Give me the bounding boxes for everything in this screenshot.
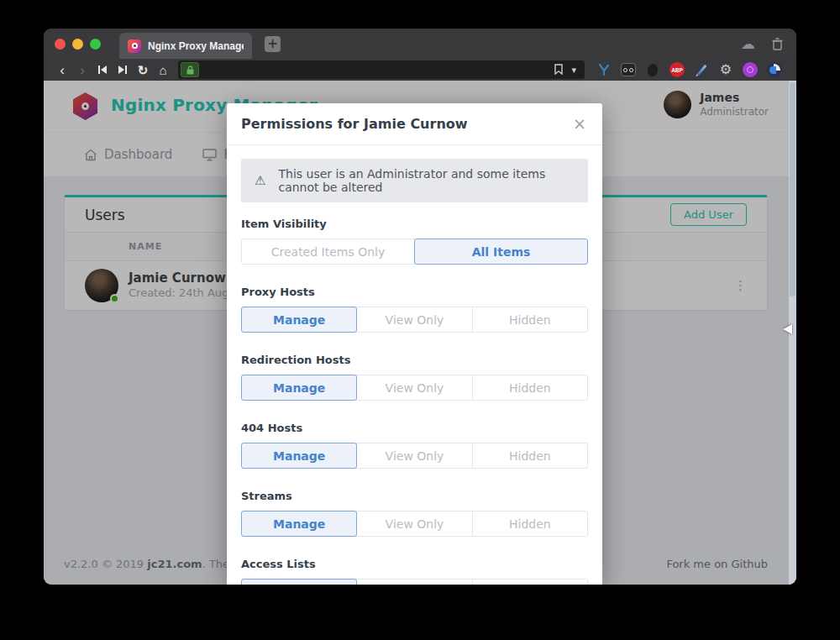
reload-button[interactable]: ↻ (133, 60, 153, 79)
permissions-modal: Permissions for Jamie Curnow × ⚠ This us… (227, 103, 602, 585)
bookmark-dropdown-caret[interactable]: ▾ (571, 66, 576, 75)
site-favicon (128, 39, 141, 53)
streams-option-view-only[interactable]: View Only (356, 511, 472, 537)
home-button[interactable]: ⌂ (153, 60, 173, 79)
streams-option-manage[interactable]: Manage (241, 511, 357, 537)
redirection-hosts-label: Redirection Hosts (241, 354, 588, 366)
redirection-hosts-option-view-only[interactable]: View Only (356, 375, 472, 401)
sync-cloud-icon[interactable]: ☁ (741, 37, 755, 51)
zoom-window-button[interactable] (90, 39, 101, 50)
settings-gear-icon[interactable]: ⚙ (718, 62, 733, 77)
goggles-extension-icon[interactable] (621, 62, 636, 77)
streams-group: ManageView OnlyHidden (241, 511, 588, 537)
proxy-hosts-option-manage[interactable]: Manage (241, 307, 357, 333)
access-lists-option-view-only[interactable]: View Only (356, 579, 472, 585)
404-hosts-group: ManageView OnlyHidden (241, 443, 588, 469)
new-tab-button[interactable]: + (265, 36, 281, 52)
tab-bar: Nginx Proxy Manager + ☁ (44, 29, 796, 59)
tab-title: Nginx Proxy Manager (148, 40, 244, 52)
redirection-hosts-option-manage[interactable]: Manage (241, 375, 357, 401)
bookmark-icon[interactable] (554, 62, 563, 78)
warning-triangle-icon: ⚠ (255, 173, 265, 188)
streams-option-hidden[interactable]: Hidden (472, 511, 588, 537)
streams-label: Streams (241, 490, 588, 502)
window-controls (44, 39, 113, 50)
item-visibility-option-created-items-only[interactable]: Created Items Only (241, 239, 415, 265)
404-hosts-option-hidden[interactable]: Hidden (472, 443, 588, 469)
access-lists-group: ManageView OnlyHidden (241, 579, 588, 585)
proxy-hosts-option-view-only[interactable]: View Only (356, 307, 472, 333)
admin-warning-alert: ⚠ This user is an Administrator and some… (241, 159, 588, 202)
access-lists-option-manage[interactable]: Manage (241, 579, 357, 585)
access-lists-label: Access Lists (241, 558, 588, 570)
minimize-window-button[interactable] (72, 39, 83, 50)
item-visibility-group: Created Items OnlyAll Items (241, 239, 588, 265)
404-hosts-label: 404 Hosts (241, 422, 588, 434)
item-visibility-option-all-items[interactable]: All Items (414, 239, 588, 265)
browser-window: Nginx Proxy Manager + ☁ ‹ › ↻ ⌂ (44, 29, 796, 585)
redirection-hosts-group: ManageView OnlyHidden (241, 375, 588, 401)
scrollbar-thumb[interactable] (790, 82, 795, 296)
pen-extension-icon[interactable] (694, 62, 709, 77)
browser-toolbar: ‹ › ↻ ⌂ ▾ ABP (44, 59, 796, 81)
404-hosts-option-view-only[interactable]: View Only (356, 443, 472, 469)
forward-button[interactable]: › (72, 60, 92, 79)
adblock-plus-extension-icon[interactable]: ABP (669, 62, 685, 77)
404-hosts-option-manage[interactable]: Manage (241, 443, 357, 469)
proxy-hosts-label: Proxy Hosts (241, 286, 588, 298)
proxy-hosts-group: ManageView OnlyHidden (241, 307, 588, 333)
browser-tab[interactable]: Nginx Proxy Manager (119, 33, 252, 59)
privacy-extension-icon[interactable] (767, 62, 782, 77)
ssl-lock-icon[interactable] (181, 62, 199, 77)
closed-tabs-trash-icon[interactable] (772, 38, 783, 50)
modal-close-button[interactable]: × (571, 116, 588, 132)
bird-extension-icon[interactable] (596, 62, 612, 77)
proxy-hosts-option-hidden[interactable]: Hidden (472, 307, 588, 333)
item-visibility-label: Item Visibility (241, 218, 588, 230)
purple-extension-icon[interactable] (743, 62, 758, 77)
back-button[interactable]: ‹ (52, 60, 72, 79)
fast-forward-button[interactable] (113, 60, 133, 79)
mouse-cursor (783, 324, 792, 334)
rewind-button[interactable] (92, 60, 113, 79)
warning-text: This user is an Administrator and some i… (278, 167, 575, 194)
extensions-row: ABP ⚙ (596, 62, 782, 77)
access-lists-option-hidden[interactable]: Hidden (472, 579, 588, 585)
address-bar[interactable]: ▾ (178, 60, 585, 79)
page-content: Nginx Proxy Manager James Administrator … (44, 81, 796, 585)
gnome-foot-extension-icon[interactable] (645, 62, 660, 77)
redirection-hosts-option-hidden[interactable]: Hidden (472, 375, 588, 401)
modal-title: Permissions for Jamie Curnow (241, 116, 468, 132)
close-window-button[interactable] (55, 39, 66, 50)
